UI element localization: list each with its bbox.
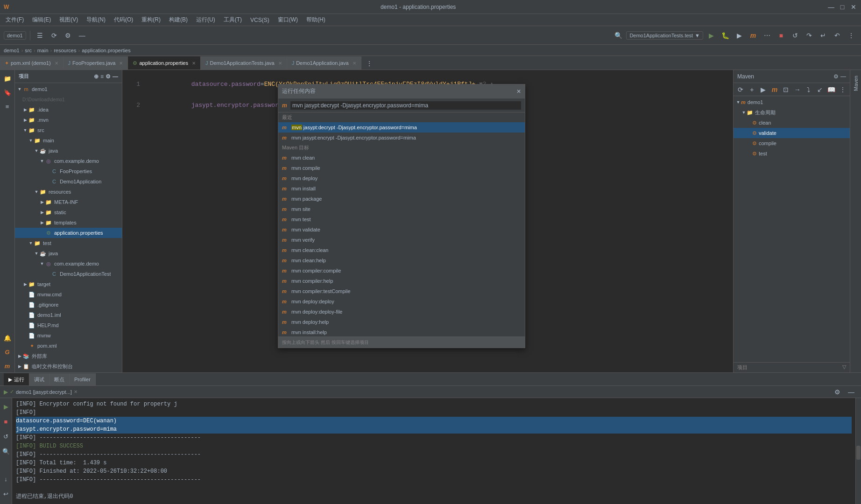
popup-maven-site-icon: m bbox=[282, 206, 289, 212]
popup-maven-compilercompile[interactable]: m mvn compiler:compile bbox=[278, 266, 525, 276]
popup-maven-installhelp[interactable]: m mvn install:help bbox=[278, 327, 525, 336]
popup-maven-clean-icon: m bbox=[282, 155, 289, 161]
popup-maven-installhelp-icon: m bbox=[282, 329, 289, 335]
popup-maven-clean-label: mvn clean bbox=[291, 155, 315, 161]
popup-maven-install[interactable]: m mvn install bbox=[278, 183, 525, 194]
popup-maven-site-label: mvn site bbox=[291, 206, 311, 212]
popup-maven-compile[interactable]: m mvn compile bbox=[278, 163, 525, 173]
popup-recent-item-2[interactable]: m mvn jasypt:encrypt -Djasypt.encryptor.… bbox=[278, 133, 525, 143]
popup-item-2-icon: m bbox=[282, 135, 289, 140]
popup-maven-deployhelp[interactable]: m mvn deploy:help bbox=[278, 317, 525, 327]
popup-maven-package-label: mvn package bbox=[291, 196, 322, 202]
popup-maven-label: Maven 目标 bbox=[278, 143, 525, 153]
popup-maven-deploydeploy[interactable]: m mvn deploy:deploy bbox=[278, 296, 525, 307]
popup-maven-compile-icon: m bbox=[282, 165, 289, 171]
popup-maven-compilerhelp-label: mvn compiler:help bbox=[291, 278, 333, 284]
popup-maven-deploydeployfile-icon: m bbox=[282, 309, 289, 315]
popup-maven-compilerhelp-icon: m bbox=[282, 278, 289, 284]
popup-maven-deploy[interactable]: m mvn deploy bbox=[278, 173, 525, 183]
popup-maven-cleanhelp[interactable]: m mvn clean:help bbox=[278, 255, 525, 266]
popup-recent-label: 最近 bbox=[278, 112, 525, 122]
popup-scrollable: 最近 m mvn jasypt:decrypt -Djasypt.encrypt… bbox=[278, 112, 525, 336]
popup-maven-deploy-label: mvn deploy bbox=[291, 175, 318, 181]
popup-item-1-icon: m bbox=[282, 125, 289, 130]
popup-maven-compilercompile-icon: m bbox=[282, 268, 289, 273]
popup-maven-compile-label: mvn compile bbox=[291, 165, 320, 171]
popup-maven-validate-icon: m bbox=[282, 227, 289, 232]
popup-recent-item-1[interactable]: m mvn jasypt:decrypt -Djasypt.encryptor.… bbox=[278, 122, 525, 133]
popup-maven-test-label: mvn test bbox=[291, 217, 311, 222]
run-popup: 运行任何内容 ✕ m 最近 m mvn jasypt:decrypt -Djas… bbox=[278, 84, 525, 348]
popup-maven-install-icon: m bbox=[282, 186, 289, 191]
popup-maven-deploydeployfile[interactable]: m mvn deploy:deploy-file bbox=[278, 307, 525, 317]
popup-overlay[interactable]: 运行任何内容 ✕ m 最近 m mvn jasypt:decrypt -Djas… bbox=[0, 0, 861, 504]
popup-maven-cleanhelp-label: mvn clean:help bbox=[291, 258, 326, 263]
popup-maven-install-label: mvn install bbox=[291, 186, 316, 191]
popup-maven-cleanclean-icon: m bbox=[282, 247, 289, 253]
popup-maven-package-icon: m bbox=[282, 196, 289, 202]
popup-maven-deployhelp-icon: m bbox=[282, 319, 289, 325]
popup-footer-text: 按向上或向下箭头 然后 按回车键选择项目 bbox=[282, 339, 369, 346]
popup-footer: 按向上或向下箭头 然后 按回车键选择项目 bbox=[278, 336, 525, 348]
popup-maven-test[interactable]: m mvn test bbox=[278, 214, 525, 224]
popup-maven-compilertestcompile[interactable]: m mvn compiler:testCompile bbox=[278, 286, 525, 296]
popup-item-1-label: mvn jasypt:decrypt -Djasypt.encryptor.pa… bbox=[291, 125, 417, 130]
popup-maven-cleanclean[interactable]: m mvn clean:clean bbox=[278, 245, 525, 255]
popup-search-input[interactable] bbox=[290, 101, 521, 110]
popup-maven-test-icon: m bbox=[282, 217, 289, 222]
popup-close-btn[interactable]: ✕ bbox=[516, 88, 521, 95]
popup-item-2-label: mvn jasypt:encrypt -Djasypt.encryptor.pa… bbox=[291, 135, 416, 140]
popup-maven-deploy-icon: m bbox=[282, 175, 289, 181]
popup-maven-site[interactable]: m mvn site bbox=[278, 204, 525, 214]
popup-maven-compilercompile-label: mvn compiler:compile bbox=[291, 268, 341, 273]
popup-maven-verify-label: mvn verify bbox=[291, 237, 315, 243]
popup-maven-validate-label: mvn validate bbox=[291, 227, 320, 232]
popup-maven-validate[interactable]: m mvn validate bbox=[278, 224, 525, 235]
popup-maven-cleanclean-label: mvn clean:clean bbox=[291, 247, 329, 253]
popup-maven-compilertestcompile-icon: m bbox=[282, 288, 289, 294]
popup-maven-deploydeploy-icon: m bbox=[282, 299, 289, 304]
popup-header-actions: ✕ bbox=[516, 88, 521, 95]
popup-maven-compilertestcompile-label: mvn compiler:testCompile bbox=[291, 288, 351, 294]
popup-maven-compilerhelp[interactable]: m mvn compiler:help bbox=[278, 276, 525, 286]
popup-header: 运行任何内容 ✕ bbox=[278, 84, 525, 98]
popup-title: 运行任何内容 bbox=[282, 87, 316, 95]
popup-maven-cleanhelp-icon: m bbox=[282, 258, 289, 263]
popup-maven-deployhelp-label: mvn deploy:help bbox=[291, 319, 329, 325]
popup-maven-verify[interactable]: m mvn verify bbox=[278, 235, 525, 245]
popup-m-icon: m bbox=[282, 102, 289, 109]
popup-maven-installhelp-label: mvn install:help bbox=[291, 329, 327, 335]
popup-input-bar: m bbox=[278, 98, 525, 112]
popup-maven-verify-icon: m bbox=[282, 237, 289, 243]
popup-maven-clean[interactable]: m mvn clean bbox=[278, 153, 525, 163]
popup-maven-deploydeployfile-label: mvn deploy:deploy-file bbox=[291, 309, 342, 315]
popup-maven-deploydeploy-label: mvn deploy:deploy bbox=[291, 299, 334, 304]
popup-maven-package[interactable]: m mvn package bbox=[278, 194, 525, 204]
